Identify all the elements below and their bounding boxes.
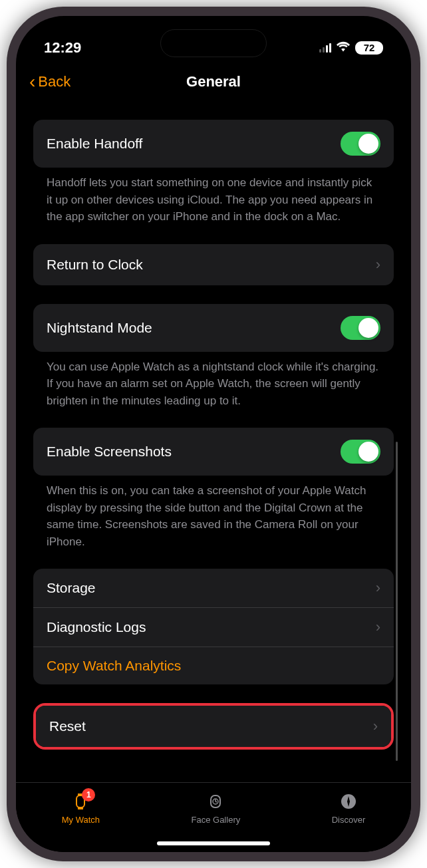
chevron-right-icon: › [376, 619, 380, 636]
screenshots-label: Enable Screenshots [47, 444, 172, 460]
screenshots-toggle[interactable] [341, 440, 380, 464]
chevron-right-icon: › [373, 718, 378, 735]
svg-rect-2 [78, 807, 83, 809]
tab-face-gallery[interactable]: Face Gallery [192, 791, 241, 825]
nightstand-label: Nightstand Mode [47, 320, 152, 336]
handoff-toggle[interactable] [341, 132, 380, 156]
content-area[interactable]: Enable Handoff Handoff lets you start so… [16, 101, 411, 794]
watch-icon: 1 [70, 791, 91, 812]
page-title: General [186, 73, 241, 90]
screenshots-description: When this is on, you can take a screensh… [33, 476, 394, 550]
screenshots-cell[interactable]: Enable Screenshots [33, 428, 394, 476]
handoff-label: Enable Handoff [47, 136, 142, 152]
return-to-clock-label: Return to Clock [47, 257, 143, 273]
tab-label: Discover [332, 815, 366, 825]
handoff-description: Handoff lets you start something on one … [33, 168, 394, 225]
copy-analytics-label: Copy Watch Analytics [47, 658, 181, 674]
reset-cell[interactable]: Reset › [36, 706, 391, 747]
discover-icon [338, 791, 359, 812]
return-to-clock-cell[interactable]: Return to Clock › [33, 244, 394, 285]
dynamic-island [160, 29, 267, 57]
diagnostic-logs-cell[interactable]: Diagnostic Logs › [33, 608, 394, 647]
nightstand-toggle[interactable] [341, 316, 380, 340]
nightstand-cell[interactable]: Nightstand Mode [33, 304, 394, 352]
diagnostic-logs-label: Diagnostic Logs [47, 619, 146, 635]
nav-bar: ‹ Back General [16, 63, 411, 101]
badge: 1 [82, 788, 95, 801]
copy-analytics-cell[interactable]: Copy Watch Analytics [33, 647, 394, 684]
chevron-right-icon: › [376, 579, 380, 597]
chevron-back-icon: ‹ [29, 72, 35, 91]
tab-discover[interactable]: Discover [332, 791, 366, 825]
scroll-indicator[interactable] [396, 442, 398, 761]
face-gallery-icon [205, 791, 226, 812]
home-indicator[interactable] [157, 841, 270, 845]
tab-my-watch[interactable]: 1 My Watch [62, 791, 100, 825]
storage-cell[interactable]: Storage › [33, 569, 394, 608]
storage-label: Storage [47, 580, 96, 596]
chevron-right-icon: › [376, 256, 380, 273]
tab-label: Face Gallery [192, 815, 241, 825]
status-time: 12:29 [44, 39, 81, 57]
battery-icon: 72 [355, 41, 383, 55]
tab-label: My Watch [62, 815, 100, 825]
back-button[interactable]: ‹ Back [29, 72, 71, 91]
svg-line-6 [215, 801, 217, 802]
reset-highlight: Reset › [33, 703, 394, 750]
reset-label: Reset [49, 718, 86, 734]
handoff-cell[interactable]: Enable Handoff [33, 120, 394, 168]
wifi-icon [337, 41, 350, 55]
cellular-icon [319, 43, 331, 53]
back-label: Back [38, 73, 71, 90]
nightstand-description: You can use Apple Watch as a nightstand … [33, 352, 394, 410]
storage-group: Storage › Diagnostic Logs › Copy Watch A… [33, 569, 394, 684]
